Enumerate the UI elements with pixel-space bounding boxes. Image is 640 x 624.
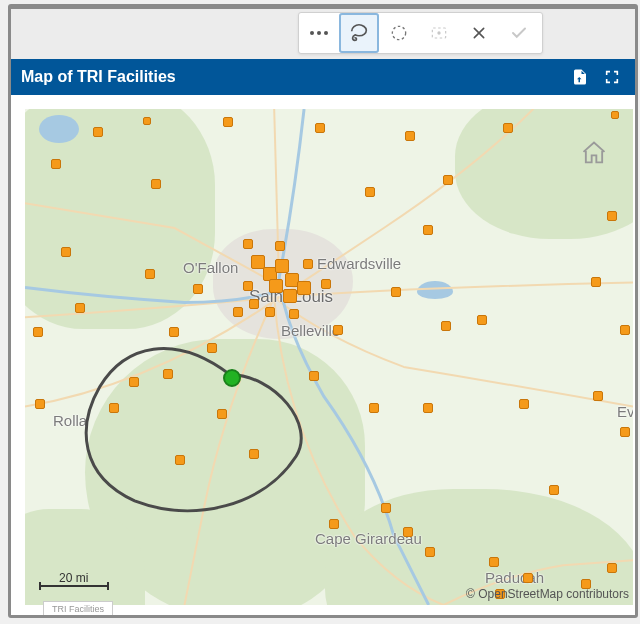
selection-toolbar (298, 12, 543, 54)
panel-title-bar: Map of TRI Facilities (11, 59, 635, 95)
check-icon (510, 24, 528, 42)
cancel-selection-button[interactable] (459, 13, 499, 53)
lasso-cursor-dot (223, 369, 241, 387)
confirm-selection-button[interactable] (499, 13, 539, 53)
lasso-select-button[interactable] (339, 13, 379, 53)
export-button[interactable] (567, 64, 593, 90)
scale-label: 20 mi (59, 571, 88, 585)
home-icon (579, 139, 609, 167)
svg-point-0 (392, 26, 405, 39)
fullscreen-icon (604, 69, 620, 85)
circle-select-button[interactable] (379, 13, 419, 53)
lasso-icon (348, 22, 370, 44)
bottom-tab[interactable]: TRI Facilities (43, 601, 113, 616)
export-icon (571, 68, 589, 86)
ellipsis-icon (310, 31, 328, 35)
panel-title: Map of TRI Facilities (21, 68, 176, 86)
scale-bar: 20 mi (39, 577, 109, 595)
dashed-circle-icon (389, 23, 409, 43)
svg-point-2 (437, 31, 440, 34)
dashed-rect-icon (429, 23, 449, 43)
fullscreen-button[interactable] (599, 64, 625, 90)
map-canvas[interactable]: O'Fallon Saint Louis Edwardsville Bellev… (25, 109, 633, 605)
reset-view-button[interactable] (579, 139, 609, 167)
lasso-path (25, 109, 633, 605)
more-options-button[interactable] (299, 13, 339, 53)
rectangle-select-button[interactable] (419, 13, 459, 53)
close-icon (471, 25, 487, 41)
map-attribution: © OpenStreetMap contributors (466, 587, 629, 601)
